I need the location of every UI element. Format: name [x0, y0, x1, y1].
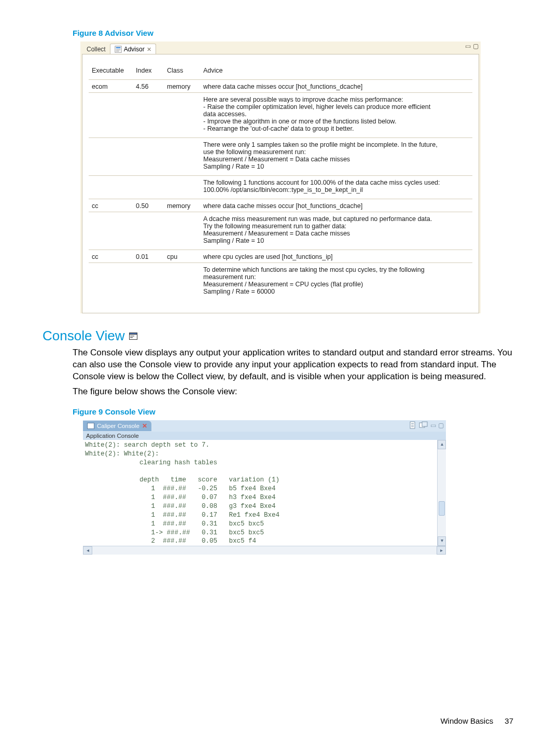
vertical-scrollbar[interactable]: ▴ ▾ — [437, 440, 446, 546]
svg-rect-2 — [116, 49, 120, 50]
maximize-icon[interactable]: ▢ — [438, 422, 444, 429]
tab-collect-label: Collect — [87, 46, 106, 53]
table-row: cc 0.50 memory where data cache misses o… — [89, 202, 472, 210]
minimize-icon[interactable]: ▭ — [465, 43, 471, 50]
advice-text: The following 1 functions account for 10… — [203, 179, 472, 197]
section-heading-console: Console View — [43, 328, 560, 344]
console-view-panel: Caliper Console ✕ ▭ ▢ Application Consol… — [83, 420, 446, 555]
svg-rect-1 — [116, 47, 120, 49]
advice-text: There were only 1 samples taken so the p… — [203, 141, 472, 173]
cell-advice-headline: where cpu cycles are used [hot_functions… — [203, 253, 472, 260]
scroll-right-arrow-icon[interactable]: ▸ — [437, 546, 446, 555]
scroll-down-arrow-icon[interactable]: ▾ — [438, 536, 446, 546]
table-row: cc 0.01 cpu where cpu cycles are used [h… — [89, 253, 472, 260]
scroll-thumb[interactable] — [439, 501, 445, 516]
console-output-text: White(2): search depth set to 7. White(2… — [83, 440, 446, 546]
th-index[interactable]: Index — [136, 67, 167, 74]
cell-advice-headline: where data cache misses occur [hot_funct… — [203, 83, 472, 90]
scroll-up-arrow-icon[interactable]: ▴ — [438, 440, 446, 449]
document-icon[interactable] — [409, 421, 417, 430]
console-description-1: The Console view displays any output you… — [73, 347, 513, 383]
console-subtitle: Application Console — [83, 432, 446, 440]
advisor-tabbar: Collect Advisor ✕ ▭ ▢ — [80, 42, 481, 54]
cell-index: 0.50 — [136, 202, 167, 210]
console-description-2: The figure below shows the Console view: — [73, 386, 513, 398]
svg-rect-13 — [422, 422, 427, 426]
console-output-area[interactable]: White(2): search depth set to 7. White(2… — [83, 440, 446, 546]
tab-caliper-console[interactable]: Caliper Console ✕ — [83, 421, 151, 431]
advice-detail: There were only 1 samples taken so the p… — [89, 141, 472, 173]
advisor-table-header: Executable Index Class Advice — [89, 62, 472, 79]
advisor-view-panel: Collect Advisor ✕ ▭ ▢ Executable — [80, 42, 481, 313]
page-footer: Window Basics 37 — [440, 716, 513, 725]
cell-class: memory — [167, 202, 203, 210]
svg-rect-6 — [130, 336, 134, 336]
advice-detail: To determine which functions are taking … — [89, 266, 472, 298]
tab-caliper-console-label: Caliper Console — [97, 423, 139, 429]
maximize-icon[interactable]: ▢ — [473, 43, 479, 50]
advice-detail: Here are several possible ways to improv… — [89, 96, 472, 135]
figure8-caption: Figure 8 Advisor View — [73, 29, 560, 37]
panel-window-controls: ▭ ▢ — [465, 43, 479, 50]
close-icon[interactable]: ✕ — [142, 422, 147, 430]
tab-collect[interactable]: Collect — [82, 44, 110, 54]
advice-detail: The following 1 functions account for 10… — [89, 179, 472, 197]
th-advice[interactable]: Advice — [203, 67, 472, 74]
advice-text: A dcache miss measurement run was made, … — [203, 215, 472, 247]
th-executable[interactable]: Executable — [89, 67, 136, 74]
svg-rect-5 — [129, 333, 137, 334]
advice-text: Here are several possible ways to improv… — [203, 96, 472, 135]
cell-executable: cc — [89, 253, 136, 260]
console-toolbar: ▭ ▢ — [409, 421, 444, 430]
advice-text: To determine which functions are taking … — [203, 266, 472, 298]
consoles-icon[interactable] — [419, 421, 428, 430]
advice-detail: A dcache miss measurement run was made, … — [89, 215, 472, 247]
console-icon — [129, 333, 137, 340]
scroll-left-arrow-icon[interactable]: ◂ — [83, 546, 92, 555]
horizontal-scrollbar[interactable]: ◂ ▸ — [83, 546, 446, 555]
svg-rect-9 — [411, 423, 414, 424]
cell-index: 4.56 — [136, 83, 167, 90]
th-class[interactable]: Class — [167, 67, 203, 74]
tab-advisor[interactable]: Advisor ✕ — [110, 44, 156, 54]
cell-class: memory — [167, 83, 203, 90]
console-tab-icon — [87, 423, 94, 429]
minimize-icon[interactable]: ▭ — [430, 422, 436, 429]
table-row: ecom 4.56 memory where data cache misses… — [89, 83, 472, 90]
cell-class: cpu — [167, 253, 203, 260]
cell-executable: cc — [89, 202, 136, 210]
footer-section: Window Basics — [440, 716, 493, 725]
cell-index: 0.01 — [136, 253, 167, 260]
close-icon[interactable]: ✕ — [147, 46, 151, 53]
svg-rect-3 — [116, 51, 119, 52]
figure9-caption: Figure 9 Console View — [73, 407, 560, 416]
advisor-panel-body: Executable Index Class Advice ecom 4.56 … — [82, 54, 479, 313]
console-tabbar: Caliper Console ✕ ▭ ▢ — [83, 420, 446, 432]
svg-rect-10 — [411, 425, 414, 425]
footer-page-number: 37 — [505, 716, 513, 725]
cell-advice-headline: where data cache misses occur [hot_funct… — [203, 202, 472, 210]
tab-advisor-label: Advisor — [124, 46, 145, 53]
svg-rect-11 — [411, 426, 414, 427]
section-heading-text: Console View — [43, 328, 125, 344]
cell-executable: ecom — [89, 83, 136, 90]
advisor-icon — [115, 46, 122, 53]
svg-rect-7 — [130, 337, 133, 338]
